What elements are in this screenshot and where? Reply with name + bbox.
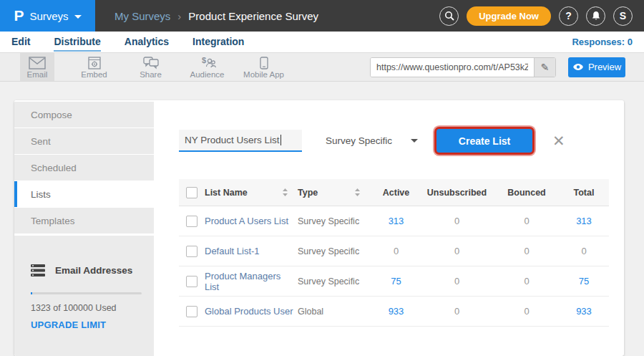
help-button[interactable]: ? (559, 6, 578, 26)
channel-share[interactable]: Share (122, 53, 179, 81)
channel-list: Email Embed Share $ Audience Mobile App (20, 53, 292, 81)
channel-share-label: Share (140, 70, 162, 79)
breadcrumb-my-surveys[interactable]: My Surveys (114, 10, 170, 22)
table-row: Global Products User Global 933 0 0 933 (179, 297, 609, 327)
question-mark-icon: ? (565, 10, 572, 21)
lists-table: List Name Type Active Unsubscribed Bounc… (179, 179, 609, 327)
email-addresses-title: Email Addresses (55, 265, 132, 276)
row-checkbox-cell (179, 216, 205, 227)
list-name-input[interactable]: NY Product Users List (179, 130, 302, 152)
eye-icon (572, 63, 584, 71)
row-checkbox[interactable] (186, 216, 197, 227)
breadcrumb-survey-title: Product Experience Survey (188, 10, 318, 22)
row-checkbox[interactable] (186, 276, 197, 287)
unsubscribed-count: 0 (419, 246, 494, 256)
list-type: Survey Specific (298, 276, 373, 287)
channel-embed[interactable]: Embed (66, 53, 122, 81)
tab-integration[interactable]: Integration (192, 33, 244, 52)
sort-icon[interactable] (355, 188, 360, 196)
list-type: Survey Specific (298, 216, 373, 226)
chevron-down-icon (74, 15, 82, 19)
table-row: Default List-1 Survey Specific 0 0 0 0 (179, 236, 609, 266)
list-name-link[interactable]: Product A Users List (205, 216, 298, 226)
usage-text: 1323 of 100000 Used (31, 303, 140, 313)
top-bar: P Surveys My Surveys › Product Experienc… (0, 0, 644, 32)
tab-distribute[interactable]: Distribute (54, 33, 100, 52)
mobile-app-icon (260, 57, 268, 69)
sidebar-item-templates[interactable]: Templates (14, 208, 154, 234)
table-row: Product A Users List Survey Specific 313… (179, 206, 609, 236)
edit-url-button[interactable]: ✎ (534, 58, 555, 77)
bell-icon (591, 11, 601, 21)
create-list-button[interactable]: Create List (436, 129, 532, 153)
preview-label: Preview (588, 62, 621, 72)
survey-link-area: ✎ Preview (370, 53, 625, 81)
tab-edit[interactable]: Edit (11, 33, 30, 52)
sort-icon[interactable] (283, 188, 288, 196)
responses-count[interactable]: Responses: 0 (572, 37, 633, 47)
bounced-count: 0 (494, 246, 559, 256)
row-checkbox-cell (179, 246, 205, 257)
questionpro-logo-icon: P (14, 7, 24, 24)
upgrade-limit-link[interactable]: UPGRADE LIMIT (31, 319, 140, 330)
bounced-count: 0 (494, 276, 559, 287)
list-name-link[interactable]: Global Products User (205, 306, 298, 317)
channel-mobile-app-label: Mobile App (243, 70, 284, 79)
close-form-button[interactable]: ✕ (552, 133, 565, 148)
product-menu-label: Surveys (29, 10, 68, 22)
survey-tab-bar: Edit Distribute Analytics Integration Re… (0, 32, 644, 52)
row-checkbox[interactable] (186, 306, 197, 317)
email-sidebar: Compose Sent Scheduled Lists Templates E… (14, 100, 154, 356)
channel-audience[interactable]: $ Audience (179, 53, 235, 81)
notifications-button[interactable] (586, 6, 605, 26)
total-count[interactable]: 313 (559, 216, 609, 226)
sidebar-item-scheduled[interactable]: Scheduled (14, 155, 154, 181)
channel-email[interactable]: Email (20, 53, 54, 81)
preview-button[interactable]: Preview (568, 57, 625, 77)
search-icon (444, 11, 454, 21)
select-all-checkbox[interactable] (186, 187, 197, 198)
header-type[interactable]: Type (298, 188, 373, 198)
list-name-link[interactable]: Product Managers List (205, 271, 298, 292)
header-list-name[interactable]: List Name (205, 188, 298, 198)
address-list-icon (31, 264, 45, 276)
search-button[interactable] (439, 6, 459, 26)
header-unsubscribed: Unsubscribed (419, 188, 494, 198)
list-name-link[interactable]: Default List-1 (205, 246, 298, 256)
sidebar-item-compose[interactable]: Compose (14, 102, 154, 128)
breadcrumb-separator: › (177, 10, 181, 22)
row-checkbox[interactable] (186, 246, 197, 257)
sidebar-item-sent[interactable]: Sent (14, 128, 154, 154)
upgrade-now-button[interactable]: Upgrade Now (467, 6, 551, 26)
list-name-value: NY Product Users List (185, 135, 280, 145)
usage-progress-fill (31, 292, 32, 294)
account-avatar[interactable]: S (613, 6, 633, 26)
tab-analytics[interactable]: Analytics (125, 33, 169, 52)
active-count[interactable]: 933 (373, 306, 419, 317)
row-checkbox-cell (179, 276, 205, 287)
header-list-name-label: List Name (205, 188, 248, 198)
channel-mobile-app[interactable]: Mobile App (235, 53, 292, 81)
total-count[interactable]: 933 (559, 306, 609, 317)
list-type-select[interactable]: Survey Specific (326, 135, 418, 146)
header-active: Active (373, 188, 419, 198)
active-count[interactable]: 75 (373, 276, 419, 287)
email-addresses-header: Email Addresses (31, 264, 140, 276)
row-checkbox-cell (179, 306, 205, 317)
list-type: Global (298, 307, 373, 317)
active-count[interactable]: 313 (373, 216, 419, 226)
survey-url-box: ✎ (370, 57, 556, 77)
text-cursor (280, 135, 281, 145)
table-header-row: List Name Type Active Unsubscribed Bounc… (179, 179, 609, 206)
survey-url-input[interactable] (371, 58, 534, 77)
bounced-count: 0 (494, 216, 559, 226)
product-menu[interactable]: P Surveys (0, 0, 95, 32)
usage-progress-bar (31, 292, 142, 294)
email-lists-card: Compose Sent Scheduled Lists Templates E… (14, 100, 624, 356)
active-count: 0 (373, 246, 419, 256)
top-bar-actions: Upgrade Now ? S (439, 0, 633, 32)
breadcrumb: My Surveys › Product Experience Survey (114, 0, 318, 32)
tabs: Edit Distribute Analytics Integration (11, 33, 244, 52)
sidebar-item-lists[interactable]: Lists (14, 181, 154, 207)
total-count[interactable]: 75 (559, 276, 609, 287)
